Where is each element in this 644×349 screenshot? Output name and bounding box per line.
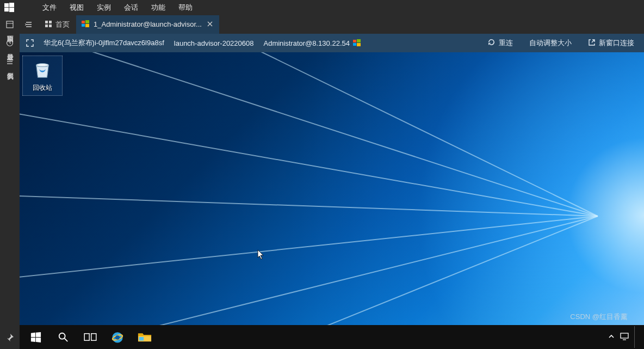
- svg-rect-28: [84, 334, 89, 341]
- system-tray: [608, 325, 641, 349]
- external-link-icon: [588, 39, 596, 48]
- remote-taskbar: [20, 325, 644, 349]
- svg-point-25: [36, 64, 49, 67]
- reconnect-button[interactable]: 重连: [484, 36, 516, 50]
- svg-point-26: [59, 333, 65, 339]
- infobar: 华北6(乌兰察布)i-0jlflm27davcz6l9a8sf launch-a…: [20, 34, 644, 52]
- new-window-button[interactable]: 新窗口连接: [585, 36, 637, 50]
- tabstrip: 首页 1_Administrator@launch-advisor...: [20, 15, 644, 34]
- menu-file[interactable]: 文件: [36, 0, 63, 15]
- tab-home[interactable]: 首页: [38, 15, 76, 34]
- fullscreen-icon[interactable]: [26, 39, 34, 47]
- menu-instance[interactable]: 实例: [90, 0, 117, 15]
- sidebar-item-2[interactable]: 我的实例: [5, 54, 15, 71]
- menubar: 文件 视图 实例 会话 功能 帮助: [0, 0, 644, 15]
- svg-rect-22: [357, 39, 361, 42]
- sidebar: 回输页项 最近登录 我的实例: [0, 15, 20, 349]
- info-instance-name: launch-advisor-20220608: [174, 39, 254, 47]
- reconnect-label: 重连: [499, 38, 513, 48]
- svg-rect-34: [621, 333, 628, 338]
- recycle-bin-desktop-icon[interactable]: 回收站: [22, 56, 63, 96]
- pin-icon[interactable]: [5, 333, 15, 342]
- recycle-bin-icon: [32, 59, 53, 81]
- new-window-label: 新窗口连接: [599, 38, 634, 48]
- file-explorer-button[interactable]: [132, 325, 158, 349]
- tab-session-label: 1_Administrator@launch-advisor...: [94, 20, 202, 28]
- tab-session-1[interactable]: 1_Administrator@launch-advisor...: [76, 15, 219, 34]
- info-user-host: Administrator@8.130.22.54: [264, 39, 361, 47]
- tray-monitor-icon[interactable]: [620, 333, 629, 342]
- internet-explorer-button[interactable]: [104, 325, 131, 349]
- menu-view[interactable]: 视图: [63, 0, 90, 15]
- svg-rect-19: [82, 24, 85, 27]
- windows-logo-icon: [4, 3, 14, 13]
- svg-rect-13: [45, 21, 48, 23]
- svg-rect-4: [7, 21, 13, 28]
- info-user-host-text: Administrator@8.130.22.54: [264, 39, 350, 47]
- start-button[interactable]: [23, 325, 49, 349]
- task-view-button[interactable]: [77, 325, 103, 349]
- tray-up-icon[interactable]: [608, 333, 615, 341]
- windows-mini-icon: [82, 20, 89, 28]
- sidebar-item-0[interactable]: 回输页项: [5, 17, 15, 34]
- show-desktop-button[interactable]: [634, 326, 637, 348]
- reload-icon: [487, 38, 496, 48]
- auto-resize-button[interactable]: 自动调整大小: [526, 36, 575, 50]
- svg-rect-33: [139, 337, 144, 341]
- menu-session[interactable]: 会话: [117, 0, 145, 15]
- menu-help[interactable]: 帮助: [172, 0, 199, 15]
- svg-rect-17: [82, 21, 85, 23]
- svg-rect-0: [4, 3, 9, 7]
- svg-rect-1: [9, 3, 14, 7]
- svg-rect-2: [4, 8, 9, 11]
- svg-rect-20: [85, 24, 89, 27]
- svg-line-27: [65, 339, 67, 341]
- svg-rect-24: [357, 43, 361, 46]
- panel-icon: [6, 21, 14, 28]
- svg-rect-16: [49, 25, 52, 27]
- svg-point-32: [115, 335, 120, 340]
- svg-rect-14: [49, 21, 52, 23]
- recycle-bin-label: 回收站: [33, 83, 52, 93]
- svg-rect-23: [353, 43, 356, 46]
- list-icon: [6, 58, 14, 65]
- svg-rect-3: [9, 8, 14, 12]
- svg-rect-18: [85, 20, 89, 23]
- sidebar-item-1[interactable]: 最近登录: [5, 36, 15, 52]
- clock-icon: [6, 39, 14, 47]
- wallpaper: [20, 52, 644, 349]
- info-region-instance: 华北6(乌兰察布)i-0jlflm27davcz6l9a8sf: [44, 38, 164, 48]
- svg-rect-29: [91, 334, 96, 341]
- svg-rect-21: [353, 40, 356, 42]
- close-icon[interactable]: [206, 20, 214, 28]
- collapse-sidebar-button[interactable]: [20, 15, 38, 34]
- remote-desktop[interactable]: 回收站 CSDN @红目香薰: [20, 52, 644, 349]
- search-button[interactable]: [50, 325, 76, 349]
- menu-feature[interactable]: 功能: [145, 0, 172, 15]
- svg-rect-15: [45, 25, 48, 27]
- grid-icon: [45, 20, 52, 29]
- windows-mini-icon: [353, 39, 361, 47]
- tab-home-label: 首页: [55, 20, 70, 29]
